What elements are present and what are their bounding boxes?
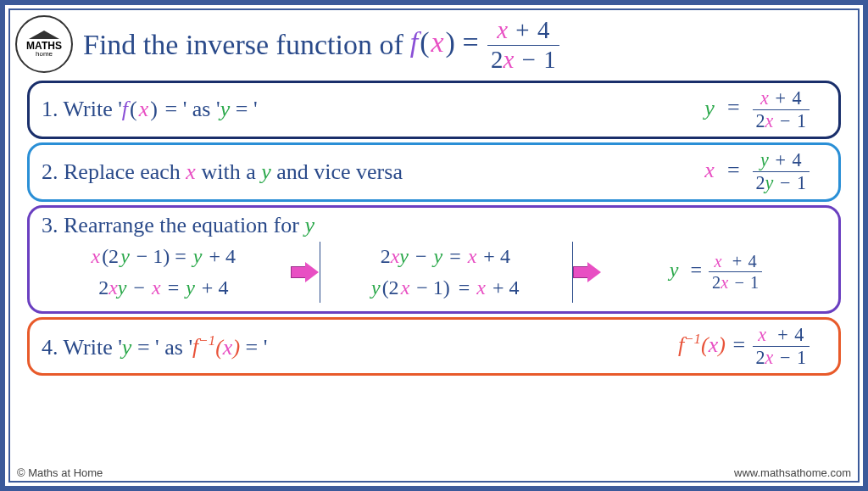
step-4-label: 4. Write 'y = ' as 'f−1(x) = '	[42, 333, 267, 360]
inner-frame: MATHS home Find the inverse function of …	[8, 8, 860, 483]
title-fraction: x + 4 2x − 1	[487, 17, 559, 74]
step-1-equation: y = x + 4 2x − 1	[704, 88, 826, 132]
step-2-box: 2. Replace each x with a y and vice vers…	[27, 142, 841, 202]
step-3-col-1: x(2y − 1) = y + 4 2xy − x = y + 4	[38, 242, 291, 303]
step-4-box: 4. Write 'y = ' as 'f−1(x) = ' f−1(x) = …	[27, 317, 841, 377]
step-2-equation: x = y + 4 2y − 1	[704, 150, 826, 194]
page-title: Find the inverse function of f(x) = x + …	[83, 17, 846, 74]
step-3-label: 3. Rearrange the equation for y	[38, 213, 830, 242]
step-4-equation: f−1(x) = x + 4 2x − 1	[678, 325, 826, 369]
title-function: f(x) = x + 4 2x − 1	[410, 17, 559, 74]
footer-copyright: © Maths at Home	[17, 466, 103, 479]
outer-frame: MATHS home Find the inverse function of …	[0, 0, 868, 491]
title-prefix: Find the inverse function of	[83, 29, 403, 61]
step-2-label: 2. Replace each x with a y and vice vers…	[42, 159, 403, 185]
step-1-label: 1. Write 'f(x) = ' as 'y = '	[42, 97, 258, 122]
step-3-col-2: 2xy − y = x + 4 y(2x − 1) = x + 4	[320, 242, 573, 303]
logo-badge: MATHS home	[15, 15, 73, 73]
step-3-box: 3. Rearrange the equation for y x(2y − 1…	[27, 205, 841, 314]
roof-icon	[29, 31, 59, 39]
arrow-icon	[291, 262, 320, 282]
logo-sub: home	[36, 51, 53, 58]
arrow-icon	[573, 262, 602, 282]
step-3-col-3: y = x + 4 2x − 1	[602, 248, 830, 296]
step-1-box: 1. Write 'f(x) = ' as 'y = ' y = x + 4 2…	[27, 81, 841, 140]
step-3-work: x(2y − 1) = y + 4 2xy − x = y + 4 2xy − …	[38, 242, 830, 303]
footer-url: www.mathsathome.com	[734, 466, 851, 479]
